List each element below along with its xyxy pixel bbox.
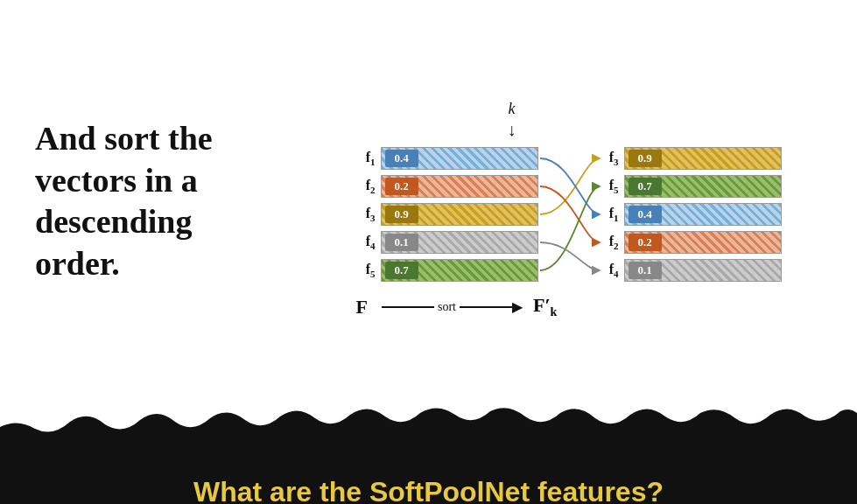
right-row-f4: f4 0.1 [600, 259, 782, 282]
left-f3-label: f3 [356, 206, 376, 223]
right-f4-label: f4 [600, 262, 619, 279]
right-bar-f3: 0.9 [624, 147, 782, 170]
right-bar-f2: 0.2 [624, 231, 782, 254]
right-bar-f4: 0.1 [624, 259, 782, 282]
right-val-f2: 0.2 [629, 234, 662, 251]
left-f5-label: f5 [356, 262, 376, 279]
k-arrow: ↓ [508, 120, 516, 140]
right-bar-f5: 0.7 [624, 175, 782, 198]
left-feature-list: f1 0.4 f2 0.2 [356, 147, 538, 282]
bottom-question: What are the SoftPoolNet features? [193, 476, 664, 505]
left-f4-label: f4 [356, 234, 376, 251]
left-bar-bg-f1: 0.4 [381, 147, 538, 170]
left-f2-label: f2 [356, 178, 376, 195]
left-bar-bg-f3: 0.9 [381, 203, 538, 226]
main-content: And sort the vectors in a descending ord… [0, 0, 857, 402]
right-row-f3: f3 0.9 [600, 147, 782, 170]
left-val-f3: 0.9 [385, 206, 418, 223]
torn-paper-edge [0, 402, 857, 444]
left-bar-f5: 0.7 [381, 259, 538, 282]
left-row-f4: f4 0.1 [356, 231, 538, 254]
right-bar-f1: 0.4 [624, 203, 782, 226]
sort-row: F sort ▶ F′k [356, 294, 782, 319]
left-bar-bg-f4: 0.1 [381, 231, 538, 254]
left-bar-f2: 0.2 [381, 175, 538, 198]
right-row-f5: f5 0.7 [600, 175, 782, 198]
left-row-f5: f5 0.7 [356, 259, 538, 282]
right-f1-label: f1 [600, 206, 619, 223]
left-val-f1: 0.4 [385, 150, 418, 167]
right-f3-label: f3 [600, 150, 619, 167]
right-bar-bg-f3: 0.9 [624, 147, 782, 170]
left-row-f1: f1 0.4 [356, 147, 538, 170]
sorting-diagram: k ↓ f1 0.4 [280, 82, 857, 319]
right-f5-label: f5 [600, 178, 619, 195]
bottom-bar: What are the SoftPoolNet features? [0, 444, 857, 504]
right-row-f2: f2 0.2 [600, 231, 782, 254]
left-bar-f4: 0.1 [381, 231, 538, 254]
left-val-f2: 0.2 [385, 178, 418, 195]
text-line2: vectors in a [35, 162, 198, 199]
right-val-f1: 0.4 [629, 206, 662, 223]
right-f2-label: f2 [600, 234, 619, 251]
left-bar-bg-f2: 0.2 [381, 175, 538, 198]
right-bar-bg-f2: 0.2 [624, 231, 782, 254]
description-text: And sort the vectors in a descending ord… [0, 118, 280, 284]
left-f1-label: f1 [356, 150, 376, 167]
left-row-f2: f2 0.2 [356, 175, 538, 198]
left-row-f3: f3 0.9 [356, 203, 538, 226]
left-bar-f3: 0.9 [381, 203, 538, 226]
k-label: k [509, 100, 516, 118]
sort-text: sort [438, 300, 456, 314]
left-val-f4: 0.1 [385, 234, 418, 251]
F-label: F [356, 296, 368, 318]
text-line3: descending order. [35, 203, 192, 282]
left-bar-f1: 0.4 [381, 147, 538, 170]
right-feature-list: f3 0.9 f5 0.7 [600, 147, 782, 282]
Fk-label: F′k [533, 294, 557, 319]
left-bar-bg-f5: 0.7 [381, 259, 538, 282]
text-line1: And sort the [35, 120, 213, 157]
right-bar-bg-f5: 0.7 [624, 175, 782, 198]
right-bar-bg-f1: 0.4 [624, 203, 782, 226]
right-val-f3: 0.9 [629, 150, 662, 167]
right-val-f4: 0.1 [629, 262, 662, 279]
right-val-f5: 0.7 [629, 178, 662, 195]
right-bar-bg-f4: 0.1 [624, 259, 782, 282]
diagram-inner: f1 0.4 f2 0.2 [356, 147, 782, 282]
left-val-f5: 0.7 [385, 262, 418, 279]
right-row-f1: f1 0.4 [600, 203, 782, 226]
